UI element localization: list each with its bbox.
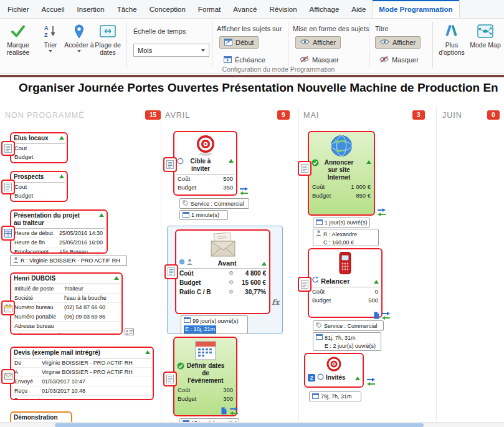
tab-affichage[interactable]: Affichage	[303, 0, 346, 18]
tag-icon	[183, 200, 189, 208]
row-value: 15 600 €	[234, 279, 266, 287]
show-format-toggle-button[interactable]: Afficher	[295, 36, 341, 49]
card-cible-a-inviter[interactable]: Cible à inviter Coût500 Budget350	[173, 131, 237, 196]
notes-icon[interactable]	[163, 157, 177, 172]
scrollbar-thumb[interactable]	[55, 423, 424, 427]
card-relancer[interactable]: Relancer Coût0 Budget500	[308, 248, 383, 318]
card-devis[interactable]: Devis (exemple mail intrégré) DeVirginie…	[10, 347, 154, 400]
resources-swap-icon	[366, 378, 376, 386]
duration-badge: 99 jour(s) ouvré(s) E : 10j, 21m	[181, 315, 248, 334]
card-prospects[interactable]: Prospects Cout Budget	[10, 171, 68, 202]
card-definir-dates[interactable]: Définir dates de l'événement Coût300 Bud…	[173, 337, 237, 416]
refresh-icon[interactable]	[311, 276, 319, 285]
contact-rolodex-icon[interactable]	[1, 300, 15, 315]
collapse-arrow-icon[interactable]	[114, 276, 119, 280]
due-toggle-button[interactable]: Échéance	[219, 54, 270, 66]
collapse-arrow-icon[interactable]	[355, 377, 360, 380]
hide-format-toggle-button[interactable]: Masquer	[295, 54, 343, 66]
status-circle-icon[interactable]	[317, 373, 324, 382]
duration-badge: 81j, 7h, 31m E : 2 jour(s) ouvré(s)	[313, 332, 381, 351]
row-value: 300	[223, 386, 233, 394]
map-mode-icon	[477, 22, 493, 40]
app-window: Fichier Accueil Insertion Tâche Concepti…	[0, 0, 504, 427]
check-circle-icon[interactable]	[311, 159, 319, 168]
row-label: Budget	[14, 192, 33, 199]
start-toggle-button[interactable]: Début	[219, 36, 259, 49]
mark-done-button[interactable]: Marque réalisée	[2, 21, 34, 70]
collapse-arrow-icon[interactable]	[374, 280, 379, 284]
show-title-toggle-button[interactable]: Afficher	[375, 36, 421, 49]
duration-badge: 1 jour(s) ouvré(s)	[313, 218, 370, 228]
row-label: Cout	[14, 183, 27, 191]
notes-icon[interactable]	[1, 180, 15, 194]
row-label: A	[14, 368, 42, 376]
svg-text:Z: Z	[44, 32, 48, 38]
card-elus-locaux[interactable]: Elus locaux Cout Budget	[10, 132, 68, 163]
more-options-button[interactable]: Plus d'options	[436, 21, 467, 70]
collapse-arrow-icon[interactable]	[59, 136, 64, 140]
card-annoncer-site[interactable]: Annoncer sur site Internet Coût1 000 € B…	[308, 131, 375, 216]
collapse-arrow-icon[interactable]	[59, 175, 64, 178]
card-title: Henri DUBOIS	[14, 275, 55, 282]
tab-aide[interactable]: Aide	[345, 0, 372, 18]
sort-button[interactable]: AZ Trier	[35, 21, 66, 70]
tab-revision[interactable]: Révision	[263, 0, 303, 18]
timescale-dropdown[interactable]: Mois	[133, 44, 209, 57]
map-mode-button[interactable]: Mode Map	[470, 21, 501, 70]
row-label: Budget	[312, 192, 331, 199]
notes-icon[interactable]	[298, 161, 311, 176]
tab-insertion[interactable]: Insertion	[71, 0, 111, 18]
row-value: 01/03/2017 10:48	[42, 387, 85, 395]
form-icon[interactable]	[1, 226, 15, 241]
notes-icon[interactable]	[298, 277, 311, 292]
column-header-juin: JUIN	[442, 111, 462, 120]
collapse-arrow-icon[interactable]	[262, 262, 267, 266]
collapse-arrow-icon[interactable]	[229, 159, 234, 163]
notes-icon[interactable]	[164, 264, 178, 279]
row-value: l'eau à la bouche	[64, 294, 107, 302]
hide-title-toggle-button[interactable]: Masquer	[375, 54, 423, 66]
date-range-button[interactable]: Plage de dates	[92, 21, 123, 70]
tab-mode-programmation[interactable]: Mode Programmation	[372, 0, 459, 18]
tag-icon	[316, 322, 322, 330]
notes-icon[interactable]	[1, 141, 15, 156]
mail-icon[interactable]	[1, 369, 15, 384]
collapse-arrow-icon[interactable]	[366, 160, 371, 164]
row-value: 0	[375, 288, 378, 295]
tab-format[interactable]: Format	[192, 0, 227, 18]
tab-accueil[interactable]: Accueil	[36, 0, 71, 18]
row-label: Coût	[178, 175, 190, 183]
calendar-start-icon	[224, 38, 232, 47]
collapse-arrow-icon[interactable]	[99, 213, 104, 217]
check-circle-icon[interactable]	[177, 362, 184, 372]
eye-slash-icon	[379, 56, 389, 64]
priority-2-icon: 2	[308, 374, 315, 381]
row-value: Virginie BOISSIER - PRO ACTIF RH	[42, 359, 133, 367]
start-label: Début	[235, 39, 254, 46]
collapse-arrow-icon[interactable]	[145, 350, 150, 354]
column-separator	[161, 107, 161, 421]
show-title-label: Afficher	[392, 39, 416, 46]
envelope-icon	[176, 231, 269, 257]
card-avant[interactable]: Avant Coût⚙4 800 € Budget⚙15 600 € Ratio…	[175, 229, 270, 314]
notes-icon[interactable]	[163, 372, 177, 386]
row-label: Budget	[312, 297, 331, 304]
eye-icon	[380, 39, 389, 46]
sort-az-icon: AZ	[44, 22, 57, 40]
tab-fichier[interactable]: Fichier	[1, 0, 36, 18]
tab-conception[interactable]: Conception	[143, 0, 192, 18]
row-value: Virginie BOISSIER - PRO ACTIF RH	[42, 368, 133, 376]
resources-swap-icon	[377, 208, 386, 216]
card-presentation-traiteur[interactable]: Présentation du projet au traiteur Heure…	[10, 209, 108, 254]
column-separator	[298, 107, 299, 421]
card-title: Prospects	[14, 173, 44, 181]
card-invites[interactable]: 2 Invités	[304, 353, 364, 388]
tab-avance[interactable]: Avancé	[227, 0, 263, 18]
tab-tache[interactable]: Tâche	[111, 0, 143, 18]
horizontal-scrollbar[interactable]	[0, 422, 504, 427]
goto-button[interactable]: Accéder à	[64, 21, 95, 70]
card-henri-dubois[interactable]: Henri DUBOIS Intitulé de posteTraiteur S…	[10, 272, 123, 335]
document-icon	[374, 312, 379, 319]
status-circle-icon[interactable]	[177, 158, 184, 166]
bullseye-icon	[305, 354, 363, 372]
